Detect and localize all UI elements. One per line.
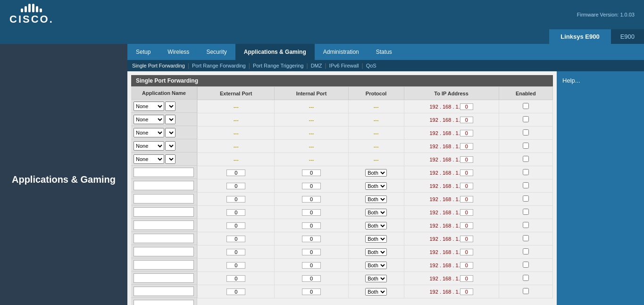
int-port-input[interactable] [302, 262, 321, 269]
enabled-checkbox[interactable] [523, 156, 529, 162]
enabled-checkbox[interactable] [523, 143, 529, 149]
enabled-cell [499, 153, 552, 166]
enabled-checkbox[interactable] [523, 275, 529, 281]
ip-last-input[interactable] [460, 222, 473, 229]
app-select-2[interactable]: None [134, 115, 164, 124]
custom-app-input-5[interactable] [134, 220, 194, 230]
ext-port-input[interactable] [226, 196, 245, 203]
enabled-checkbox[interactable] [523, 103, 529, 109]
protocol-select[interactable]: BothTCPUDP [365, 222, 387, 229]
protocol-select[interactable]: BothTCPUDP [365, 169, 387, 177]
enabled-checkbox[interactable] [523, 222, 529, 228]
ext-port-input[interactable] [226, 209, 245, 216]
int-port-input[interactable] [302, 275, 321, 282]
enabled-checkbox[interactable] [523, 262, 529, 268]
int-port-input[interactable] [302, 183, 321, 189]
app-arrow-3[interactable]: ▼ [165, 128, 176, 137]
ext-port-input[interactable] [226, 222, 245, 229]
protocol-select[interactable]: BothTCPUDP [365, 288, 387, 296]
custom-app-input-4[interactable] [134, 207, 194, 217]
protocol-select[interactable]: BothTCPUDP [365, 248, 387, 256]
int-port-input[interactable] [302, 169, 321, 176]
ext-port-input[interactable] [226, 236, 245, 242]
subnav-ipv6[interactable]: IPv6 Firewall [329, 63, 359, 68]
ip-last-input[interactable] [460, 103, 473, 110]
custom-app-input-8[interactable] [134, 260, 194, 270]
int-port-input[interactable] [302, 249, 321, 255]
ip-last-input[interactable] [460, 117, 473, 123]
enabled-checkbox[interactable] [523, 129, 529, 136]
protocol-select[interactable]: BothTCPUDP [365, 275, 387, 282]
enabled-cell [499, 259, 552, 272]
ext-port-input[interactable] [226, 288, 245, 295]
enabled-checkbox[interactable] [523, 288, 529, 294]
linksys-brand-button[interactable]: Linksys E900 [549, 29, 611, 44]
ext-port-input[interactable] [226, 249, 245, 255]
ip-last-input[interactable] [460, 236, 473, 242]
protocol-select[interactable]: BothTCPUDP [365, 235, 387, 243]
protocol-select[interactable]: BothTCPUDP [365, 182, 387, 190]
ip-last-input[interactable] [460, 209, 473, 216]
ip-last-input[interactable] [460, 196, 473, 203]
subnav-port-range[interactable]: Port Range Forwarding [192, 63, 246, 68]
custom-app-row-8 [131, 258, 197, 271]
custom-app-input-7[interactable] [134, 247, 194, 256]
custom-app-input-1[interactable] [134, 168, 194, 177]
int-port-input[interactable] [302, 209, 321, 216]
protocol-select[interactable]: BothTCPUDP [365, 209, 387, 216]
enabled-cell [499, 140, 552, 153]
enabled-checkbox[interactable] [523, 235, 529, 241]
ip-last-input[interactable] [460, 262, 473, 269]
ip-last-input[interactable] [460, 249, 473, 255]
app-select-5[interactable]: None [134, 154, 164, 164]
nav-administration[interactable]: Administration [315, 44, 368, 60]
ext-port-input[interactable] [226, 262, 245, 269]
int-port-input[interactable] [302, 236, 321, 242]
int-port-input[interactable] [302, 288, 321, 295]
ext-port-input[interactable] [226, 169, 245, 176]
app-select-3[interactable]: None [134, 128, 164, 137]
enabled-checkbox[interactable] [523, 209, 529, 215]
app-arrow-1[interactable]: ▼ [165, 102, 176, 111]
enabled-checkbox[interactable] [523, 248, 529, 254]
nav-wireless[interactable]: Wireless [159, 44, 198, 60]
subnav-dmz[interactable]: DMZ [311, 63, 322, 68]
enabled-checkbox[interactable] [523, 169, 529, 175]
nav-status[interactable]: Status [368, 44, 401, 60]
custom-app-input-3[interactable] [134, 194, 194, 203]
enabled-checkbox[interactable] [523, 182, 529, 188]
app-arrow-2[interactable]: ▼ [165, 115, 176, 124]
enabled-checkbox[interactable] [523, 195, 529, 202]
help-link[interactable]: Help... [562, 77, 580, 84]
nav-setup[interactable]: Setup [127, 44, 159, 60]
custom-app-input-6[interactable] [134, 234, 194, 243]
int-port-input[interactable] [302, 196, 321, 203]
custom-app-input-2[interactable] [134, 181, 194, 190]
e900-button[interactable]: E900 [611, 29, 644, 44]
ip-last-input[interactable] [460, 143, 473, 150]
subnav-qos[interactable]: QoS [366, 63, 376, 68]
app-select-1[interactable]: None [134, 102, 164, 111]
ext-port-input[interactable] [226, 275, 245, 282]
ip-last-input[interactable] [460, 169, 473, 176]
nav-security[interactable]: Security [198, 44, 235, 60]
subnav-single-port[interactable]: Single Port Forwarding [132, 63, 185, 68]
custom-app-input-9[interactable] [134, 273, 194, 283]
custom-app-input-10[interactable] [134, 287, 194, 296]
ext-port-input[interactable] [226, 183, 245, 189]
nav-apps-gaming[interactable]: Applications & Gaming [235, 44, 315, 60]
ip-last-input[interactable] [460, 183, 473, 189]
ip-last-input[interactable] [460, 288, 473, 295]
ip-last-input[interactable] [460, 275, 473, 282]
custom-app-input-11[interactable] [134, 300, 194, 305]
protocol-select[interactable]: BothTCPUDP [365, 262, 387, 269]
subnav-port-trigger[interactable]: Port Range Triggering [253, 63, 304, 68]
app-arrow-4[interactable]: ▼ [165, 141, 176, 151]
ip-last-input[interactable] [460, 156, 473, 163]
ip-last-input[interactable] [460, 130, 473, 136]
protocol-select[interactable]: BothTCPUDP [365, 195, 387, 203]
app-select-4[interactable]: None [134, 141, 164, 151]
enabled-checkbox[interactable] [523, 116, 529, 122]
app-arrow-5[interactable]: ▼ [165, 154, 176, 164]
int-port-input[interactable] [302, 222, 321, 229]
